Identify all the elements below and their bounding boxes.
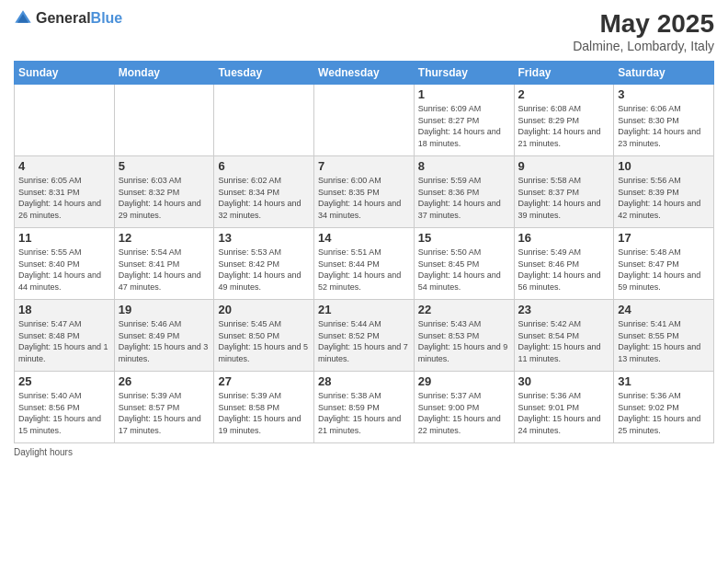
daylight-label: Daylight hours [14, 447, 73, 457]
col-header-monday: Monday [114, 62, 214, 85]
page: GeneralBlue May 2025 Dalmine, Lombardy, … [0, 0, 728, 563]
col-header-friday: Friday [514, 62, 614, 85]
logo-blue: Blue [91, 10, 123, 26]
day-cell: 27Sunrise: 5:39 AM Sunset: 8:58 PM Dayli… [214, 372, 314, 443]
day-info: Sunrise: 5:39 AM Sunset: 8:58 PM Dayligh… [218, 390, 310, 436]
day-cell: 21Sunrise: 5:44 AM Sunset: 8:52 PM Dayli… [314, 300, 415, 372]
day-cell: 5Sunrise: 6:03 AM Sunset: 8:32 PM Daylig… [114, 156, 214, 228]
day-info: Sunrise: 5:55 AM Sunset: 8:40 PM Dayligh… [18, 247, 110, 293]
logo-icon [14, 9, 32, 28]
day-info: Sunrise: 6:09 AM Sunset: 8:27 PM Dayligh… [418, 103, 510, 149]
footer: Daylight hours [14, 447, 714, 457]
day-cell: 25Sunrise: 5:40 AM Sunset: 8:56 PM Dayli… [15, 372, 115, 443]
day-info: Sunrise: 5:44 AM Sunset: 8:52 PM Dayligh… [318, 318, 410, 364]
week-row-5: 25Sunrise: 5:40 AM Sunset: 8:56 PM Dayli… [15, 372, 714, 443]
day-number: 15 [418, 231, 510, 245]
week-row-4: 18Sunrise: 5:47 AM Sunset: 8:48 PM Dayli… [15, 300, 714, 372]
day-number: 12 [119, 231, 210, 245]
day-info: Sunrise: 5:54 AM Sunset: 8:41 PM Dayligh… [119, 247, 210, 293]
day-cell: 31Sunrise: 5:36 AM Sunset: 9:02 PM Dayli… [614, 372, 714, 443]
day-info: Sunrise: 5:40 AM Sunset: 8:56 PM Dayligh… [18, 390, 110, 436]
col-header-thursday: Thursday [414, 62, 514, 85]
day-cell [314, 85, 415, 156]
day-info: Sunrise: 6:03 AM Sunset: 8:32 PM Dayligh… [119, 175, 210, 221]
day-info: Sunrise: 5:45 AM Sunset: 8:50 PM Dayligh… [218, 318, 310, 364]
day-number: 3 [618, 87, 710, 101]
day-info: Sunrise: 5:59 AM Sunset: 8:36 PM Dayligh… [418, 175, 510, 221]
day-cell: 19Sunrise: 5:46 AM Sunset: 8:49 PM Dayli… [114, 300, 214, 372]
day-cell: 17Sunrise: 5:48 AM Sunset: 8:47 PM Dayli… [614, 228, 714, 300]
day-cell: 22Sunrise: 5:43 AM Sunset: 8:53 PM Dayli… [414, 300, 514, 372]
day-cell: 2Sunrise: 6:08 AM Sunset: 8:29 PM Daylig… [514, 85, 614, 156]
day-cell: 14Sunrise: 5:51 AM Sunset: 8:44 PM Dayli… [314, 228, 415, 300]
day-number: 27 [218, 374, 310, 388]
week-row-1: 1Sunrise: 6:09 AM Sunset: 8:27 PM Daylig… [15, 85, 714, 156]
col-header-wednesday: Wednesday [314, 62, 415, 85]
day-number: 9 [518, 159, 610, 173]
day-info: Sunrise: 5:36 AM Sunset: 9:01 PM Dayligh… [518, 390, 610, 436]
day-info: Sunrise: 5:48 AM Sunset: 8:47 PM Dayligh… [618, 247, 710, 293]
day-info: Sunrise: 5:47 AM Sunset: 8:48 PM Dayligh… [18, 318, 110, 364]
day-cell: 6Sunrise: 6:02 AM Sunset: 8:34 PM Daylig… [214, 156, 314, 228]
day-cell: 24Sunrise: 5:41 AM Sunset: 8:55 PM Dayli… [614, 300, 714, 372]
day-cell: 11Sunrise: 5:55 AM Sunset: 8:40 PM Dayli… [15, 228, 115, 300]
day-cell: 28Sunrise: 5:38 AM Sunset: 8:59 PM Dayli… [314, 372, 415, 443]
col-header-tuesday: Tuesday [214, 62, 314, 85]
day-number: 20 [218, 303, 310, 316]
day-info: Sunrise: 5:46 AM Sunset: 8:49 PM Dayligh… [119, 318, 210, 364]
main-title: May 2025 [573, 9, 714, 39]
day-number: 21 [318, 303, 410, 316]
day-number: 8 [418, 159, 510, 173]
day-cell: 15Sunrise: 5:50 AM Sunset: 8:45 PM Dayli… [414, 228, 514, 300]
col-header-saturday: Saturday [614, 62, 714, 85]
day-cell: 20Sunrise: 5:45 AM Sunset: 8:50 PM Dayli… [214, 300, 314, 372]
day-number: 11 [18, 231, 110, 245]
day-number: 26 [119, 374, 210, 388]
day-cell: 18Sunrise: 5:47 AM Sunset: 8:48 PM Dayli… [15, 300, 115, 372]
day-number: 7 [318, 159, 410, 173]
day-info: Sunrise: 5:38 AM Sunset: 8:59 PM Dayligh… [318, 390, 410, 436]
day-cell: 12Sunrise: 5:54 AM Sunset: 8:41 PM Dayli… [114, 228, 214, 300]
day-cell: 1Sunrise: 6:09 AM Sunset: 8:27 PM Daylig… [414, 85, 514, 156]
day-cell: 29Sunrise: 5:37 AM Sunset: 9:00 PM Dayli… [414, 372, 514, 443]
day-info: Sunrise: 5:51 AM Sunset: 8:44 PM Dayligh… [318, 247, 410, 293]
day-number: 19 [119, 303, 210, 316]
subtitle: Dalmine, Lombardy, Italy [573, 39, 714, 53]
day-cell: 23Sunrise: 5:42 AM Sunset: 8:54 PM Dayli… [514, 300, 614, 372]
day-cell: 8Sunrise: 5:59 AM Sunset: 8:36 PM Daylig… [414, 156, 514, 228]
day-info: Sunrise: 6:08 AM Sunset: 8:29 PM Dayligh… [518, 103, 610, 149]
day-info: Sunrise: 5:42 AM Sunset: 8:54 PM Dayligh… [518, 318, 610, 364]
title-block: May 2025 Dalmine, Lombardy, Italy [573, 9, 714, 53]
day-info: Sunrise: 5:39 AM Sunset: 8:57 PM Dayligh… [119, 390, 210, 436]
header-row: SundayMondayTuesdayWednesdayThursdayFrid… [15, 62, 714, 85]
day-number: 14 [318, 231, 410, 245]
day-number: 1 [418, 87, 510, 101]
day-cell [214, 85, 314, 156]
day-number: 17 [618, 231, 710, 245]
day-cell: 7Sunrise: 6:00 AM Sunset: 8:35 PM Daylig… [314, 156, 415, 228]
day-number: 2 [518, 87, 610, 101]
day-info: Sunrise: 5:43 AM Sunset: 8:53 PM Dayligh… [418, 318, 510, 364]
day-number: 18 [18, 303, 110, 316]
day-info: Sunrise: 5:53 AM Sunset: 8:42 PM Dayligh… [218, 247, 310, 293]
day-info: Sunrise: 6:02 AM Sunset: 8:34 PM Dayligh… [218, 175, 310, 221]
day-number: 13 [218, 231, 310, 245]
day-info: Sunrise: 5:50 AM Sunset: 8:45 PM Dayligh… [418, 247, 510, 293]
day-number: 22 [418, 303, 510, 316]
day-info: Sunrise: 5:37 AM Sunset: 9:00 PM Dayligh… [418, 390, 510, 436]
day-number: 4 [18, 159, 110, 173]
col-header-sunday: Sunday [15, 62, 115, 85]
day-number: 24 [618, 303, 710, 316]
day-number: 5 [119, 159, 210, 173]
day-cell: 9Sunrise: 5:58 AM Sunset: 8:37 PM Daylig… [514, 156, 614, 228]
day-number: 28 [318, 374, 410, 388]
week-row-2: 4Sunrise: 6:05 AM Sunset: 8:31 PM Daylig… [15, 156, 714, 228]
logo: GeneralBlue [14, 9, 122, 28]
header: GeneralBlue May 2025 Dalmine, Lombardy, … [14, 9, 714, 53]
day-number: 25 [18, 374, 110, 388]
day-cell: 4Sunrise: 6:05 AM Sunset: 8:31 PM Daylig… [15, 156, 115, 228]
day-cell: 26Sunrise: 5:39 AM Sunset: 8:57 PM Dayli… [114, 372, 214, 443]
day-info: Sunrise: 6:00 AM Sunset: 8:35 PM Dayligh… [318, 175, 410, 221]
day-number: 23 [518, 303, 610, 316]
day-cell: 3Sunrise: 6:06 AM Sunset: 8:30 PM Daylig… [614, 85, 714, 156]
